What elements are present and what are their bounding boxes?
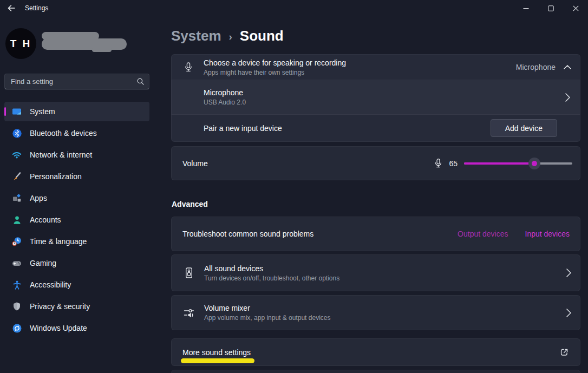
breadcrumb-separator: › <box>229 31 232 43</box>
sidebar-item-label: Personalization <box>30 172 82 181</box>
volume-mixer-subtitle: App volume mix, app input & output devic… <box>204 314 330 322</box>
more-sound-settings-row[interactable]: More sound settings <box>171 338 580 366</box>
clock-globe-icon <box>11 236 22 247</box>
volume-slider-fill <box>464 162 534 165</box>
selected-accent-pill <box>4 107 6 116</box>
sidebar-item-time-language[interactable]: Time & language <box>4 232 149 251</box>
window-title: Settings <box>25 4 48 12</box>
sidebar-item-windows-update[interactable]: Windows Update <box>4 318 149 338</box>
sidebar-item-label: Accounts <box>30 215 61 224</box>
redacted-user-email <box>42 38 127 50</box>
volume-value: 65 <box>449 159 458 168</box>
speaker-cabinet-icon <box>183 267 195 279</box>
titlebar: Settings <box>0 0 588 16</box>
next-card-partial <box>171 370 580 373</box>
sidebar-item-label: System <box>30 107 55 116</box>
avatar: T H <box>5 28 36 59</box>
sidebar-item-label: Privacy & security <box>30 302 90 311</box>
external-link-icon <box>559 348 569 357</box>
sidebar-item-label: Network & internet <box>30 150 92 159</box>
pair-device-label: Pair a new input device <box>204 124 282 133</box>
add-device-button[interactable]: Add device <box>491 119 557 137</box>
chevron-right-icon <box>566 269 571 277</box>
minimize-button[interactable] <box>513 0 538 16</box>
chevron-right-icon <box>565 93 570 102</box>
volume-mixer-icon <box>183 307 195 319</box>
device-chooser-subtitle: Apps might have their own settings <box>204 69 346 76</box>
sidebar-item-gaming[interactable]: Gaming <box>4 253 149 273</box>
volume-mixer-row[interactable]: Volume mixer App volume mix, app input &… <box>171 295 580 330</box>
output-devices-link[interactable]: Output devices <box>458 230 508 238</box>
sidebar: T H System Bluetooth & devices <box>0 16 162 373</box>
breadcrumb-system[interactable]: System <box>171 28 221 44</box>
all-sound-devices-title: All sound devices <box>204 264 339 273</box>
device-description: USB Audio 2.0 <box>204 99 246 106</box>
volume-label: Volume <box>182 159 208 168</box>
microphone-icon <box>183 62 194 73</box>
paintbrush-icon <box>11 171 22 182</box>
sidebar-item-accessibility[interactable]: Accessibility <box>4 275 149 295</box>
person-icon <box>11 214 22 225</box>
sidebar-item-label: Windows Update <box>30 324 87 332</box>
selected-device-value: Microphone <box>516 63 556 71</box>
input-devices-link[interactable]: Input devices <box>525 230 570 238</box>
volume-slider[interactable] <box>464 158 572 169</box>
bluetooth-icon <box>11 128 22 139</box>
search-icon <box>136 77 145 86</box>
update-icon <box>11 323 22 333</box>
search-box <box>4 74 149 89</box>
page-title: Sound <box>240 28 284 44</box>
system-icon <box>11 106 22 117</box>
sidebar-item-privacy-security[interactable]: Privacy & security <box>4 297 149 316</box>
sidebar-item-label: Gaming <box>30 259 56 267</box>
device-chooser-header-row[interactable]: Choose a device for speaking or recordin… <box>171 54 580 80</box>
sidebar-item-personalization[interactable]: Personalization <box>4 167 149 186</box>
search-input[interactable] <box>4 74 149 89</box>
sidebar-item-system[interactable]: System <box>4 102 149 121</box>
window-controls <box>513 0 588 16</box>
close-button[interactable] <box>563 0 588 16</box>
breadcrumb: System › Sound <box>171 28 284 44</box>
volume-slider-thumb[interactable] <box>528 158 540 169</box>
sidebar-item-label: Bluetooth & devices <box>30 129 97 138</box>
shield-icon <box>11 301 22 312</box>
sidebar-nav: System Bluetooth & devices Network & int… <box>4 102 149 340</box>
input-device-chooser-card: Choose a device for speaking or recordin… <box>171 54 580 142</box>
advanced-section-heading: Advanced <box>172 200 208 208</box>
more-sound-settings-label: More sound settings <box>182 348 251 357</box>
back-arrow-icon <box>7 4 16 12</box>
maximize-button[interactable] <box>538 0 563 16</box>
redacted-scribble <box>92 48 112 52</box>
device-name: Microphone <box>204 88 246 97</box>
main-content: System › Sound Choose a device for speak… <box>171 16 580 373</box>
device-chooser-title: Choose a device for speaking or recordin… <box>204 58 346 67</box>
back-button[interactable] <box>0 0 23 16</box>
troubleshoot-label: Troubleshoot common sound problems <box>182 230 313 238</box>
slider-thumb-dot <box>532 161 537 166</box>
annotation-highlight-underline <box>181 358 254 363</box>
sidebar-item-label: Time & language <box>30 237 87 246</box>
sidebar-item-network-internet[interactable]: Network & internet <box>4 145 149 165</box>
all-sound-devices-row[interactable]: All sound devices Turn devices on/off, t… <box>171 254 580 291</box>
apps-icon <box>11 193 22 204</box>
volume-mixer-title: Volume mixer <box>204 304 330 312</box>
accessibility-person-icon <box>11 279 22 290</box>
chevron-right-icon <box>566 309 571 317</box>
sidebar-item-bluetooth-devices[interactable]: Bluetooth & devices <box>4 123 149 143</box>
sidebar-item-apps[interactable]: Apps <box>4 188 149 208</box>
sidebar-item-label: Apps <box>30 194 47 202</box>
sidebar-item-label: Accessibility <box>30 280 71 289</box>
wifi-icon <box>11 149 22 160</box>
microphone-device-row[interactable]: Microphone USB Audio 2.0 <box>171 80 580 115</box>
microphone-small-icon <box>433 158 443 168</box>
user-profile[interactable]: T H <box>5 26 157 61</box>
gamepad-icon <box>11 258 22 269</box>
pair-input-device-row: Pair a new input device Add device <box>171 115 580 142</box>
chevron-up-icon[interactable] <box>564 65 571 69</box>
volume-card: Volume 65 <box>171 146 580 180</box>
sidebar-item-accounts[interactable]: Accounts <box>4 210 149 230</box>
all-sound-devices-subtitle: Turn devices on/off, troubleshoot, other… <box>204 274 339 282</box>
troubleshoot-card: Troubleshoot common sound problems Outpu… <box>171 217 580 251</box>
